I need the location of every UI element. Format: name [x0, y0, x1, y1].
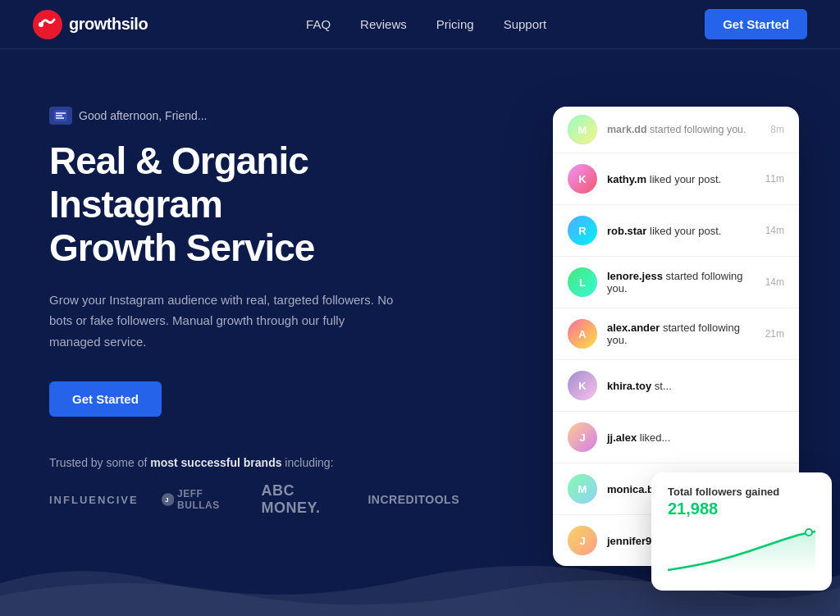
trusted-section: Trusted by some of most successful brand… [49, 456, 459, 517]
brand-logos: INFLUENCIVE J Jeff Bullas ABC MONEY. inc… [49, 482, 459, 517]
nav-reviews[interactable]: Reviews [360, 17, 407, 31]
greeting-text: Good afternoon, Friend... [79, 109, 207, 122]
svg-point-1 [39, 22, 43, 27]
brand-abc-money: ABC MONEY. [262, 482, 345, 517]
logo-icon [33, 10, 62, 39]
svg-text:J: J [165, 497, 169, 504]
notification-item: J jj.alex liked... [553, 412, 799, 463]
brand-influencive: INFLUENCIVE [49, 494, 139, 506]
svg-point-8 [806, 529, 812, 536]
logo-text: growthsilo [69, 15, 148, 34]
chart-value: 21,988 [668, 500, 815, 518]
greeting: Good afternoon, Friend... [49, 107, 459, 125]
chart-card: Total followers gained 21,988 [651, 472, 832, 591]
hero-get-started-button[interactable]: Get Started [49, 381, 162, 417]
avatar-mark: M [568, 115, 597, 144]
notification-item: L lenore.jess started following you. 14m [553, 257, 799, 308]
avatar-jj: J [568, 422, 597, 452]
notif-text-jj: jj.alex liked... [607, 431, 774, 444]
navbar: growthsilo FAQ Reviews Pricing Support G… [0, 0, 840, 49]
nav-links: FAQ Reviews Pricing Support [306, 17, 546, 31]
notif-time-lenore: 14m [765, 276, 784, 288]
greeting-icon [49, 107, 72, 125]
notif-time-alex: 21m [765, 328, 784, 340]
hero-section: Good afternoon, Friend... Real & Organic… [0, 49, 840, 566]
notif-text-rob: rob.star liked your post. [607, 225, 756, 237]
avatar-kathy: K [568, 164, 597, 194]
hero-title: Real & Organic Instagram Growth Service [49, 139, 459, 270]
avatar-alex: A [568, 319, 597, 349]
svg-point-0 [33, 10, 62, 39]
notif-top-text: mark.dd started following you. [607, 124, 746, 135]
hero-right: M mark.dd started following you. 8m K ka… [553, 107, 807, 566]
avatar-khira: K [568, 371, 597, 400]
nav-faq[interactable]: FAQ [306, 17, 331, 31]
avatar-rob: R [568, 216, 597, 245]
logo[interactable]: growthsilo [33, 10, 148, 39]
brand-jeff-bullas: J Jeff Bullas [162, 488, 239, 511]
hero-left: Good afternoon, Friend... Real & Organic… [49, 98, 459, 517]
hero-description: Grow your Instagram audience with real, … [49, 290, 394, 353]
notif-text-khira: khira.toy st... [607, 380, 774, 392]
avatar-monica: M [568, 474, 597, 504]
notification-item: A alex.ander started following you. 21m [553, 308, 799, 360]
notif-text-alex: alex.ander started following you. [607, 322, 756, 346]
chart-title: Total followers gained [668, 486, 815, 498]
trusted-text: Trusted by some of most successful brand… [49, 456, 459, 469]
notif-time-rob: 14m [765, 225, 784, 236]
nav-pricing[interactable]: Pricing [436, 17, 474, 31]
nav-get-started-button[interactable]: Get Started [705, 9, 807, 39]
followers-chart [668, 525, 815, 574]
brand-increditools: increditools [368, 493, 459, 506]
avatar-lenore: L [568, 267, 597, 297]
notif-text-lenore: lenore.jess started following you. [607, 270, 756, 294]
notification-item: K khira.toy st... [553, 360, 799, 412]
notification-item: K kathy.m liked your post. 11m [553, 153, 799, 205]
nav-support[interactable]: Support [504, 17, 547, 31]
notif-top-time: 8m [770, 124, 784, 135]
notification-top: M mark.dd started following you. 8m [553, 107, 799, 153]
notification-item: R rob.star liked your post. 14m [553, 205, 799, 257]
notif-time-kathy: 11m [765, 173, 784, 185]
jeff-bullas-icon: J [162, 492, 174, 507]
notif-text-kathy: kathy.m liked your post. [607, 173, 756, 185]
